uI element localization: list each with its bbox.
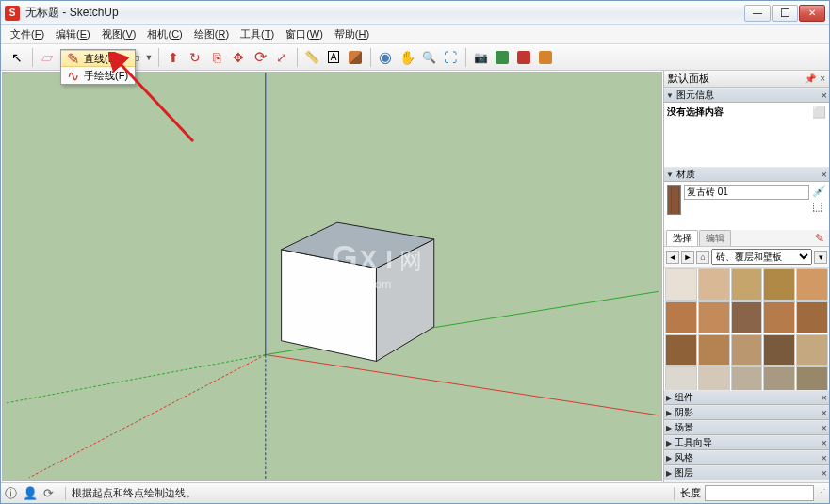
close-button[interactable] — [799, 5, 825, 22]
chevron-right-icon: ▶ — [666, 394, 672, 402]
current-material-swatch[interactable] — [667, 185, 681, 215]
warehouse-tool[interactable] — [513, 47, 534, 68]
material-thumb[interactable] — [665, 366, 697, 390]
material-thumb[interactable] — [731, 301, 763, 333]
tray-header[interactable]: 默认面板 📌 × — [664, 71, 829, 88]
list-view-button[interactable]: ▾ — [814, 251, 827, 264]
paint-tool[interactable] — [345, 47, 366, 68]
followme-tool[interactable] — [185, 47, 205, 68]
material-name-input[interactable] — [684, 185, 809, 200]
location-tool[interactable] — [492, 47, 513, 68]
eraser-tool[interactable] — [37, 47, 57, 68]
close-icon[interactable]: × — [822, 169, 827, 180]
info-icon[interactable]: ⓘ — [5, 485, 17, 502]
measure-input[interactable] — [705, 485, 814, 501]
location-icon — [496, 51, 509, 64]
viewport-3d[interactable]: G X I 网 system.com — [2, 72, 662, 481]
menu-help[interactable]: 帮助(H) — [329, 25, 375, 43]
scenes-header[interactable]: ▶ 场景 × — [664, 420, 829, 435]
pushpull-tool[interactable] — [163, 47, 184, 68]
close-icon[interactable]: × — [822, 452, 827, 463]
material-thumb[interactable] — [665, 268, 697, 301]
resize-grip[interactable]: ⋰ — [816, 487, 825, 499]
material-thumb[interactable] — [698, 301, 730, 333]
material-thumb[interactable] — [665, 301, 697, 333]
material-thumb[interactable] — [763, 301, 795, 333]
move-tool[interactable] — [228, 47, 249, 68]
pencil-icon — [65, 50, 80, 68]
chevron-right-icon: ▶ — [666, 469, 672, 478]
zoom-tool[interactable] — [418, 47, 439, 68]
camera-tool[interactable] — [470, 47, 491, 68]
material-thumb[interactable] — [763, 268, 795, 301]
close-icon[interactable]: × — [822, 407, 827, 418]
text-tool[interactable] — [323, 47, 344, 68]
close-icon[interactable]: × — [822, 437, 827, 448]
category-select[interactable]: 砖、覆层和壁板 — [711, 249, 812, 265]
freehand-menu-item[interactable]: 手绘线(F) — [61, 67, 135, 84]
close-icon[interactable]: × — [820, 73, 825, 84]
material-thumb[interactable] — [665, 334, 697, 366]
nav-back-button[interactable]: ◄ — [666, 251, 679, 264]
material-thumb[interactable] — [763, 334, 795, 366]
layers-header[interactable]: ▶ 图层 × — [664, 465, 829, 480]
material-thumb[interactable] — [796, 301, 828, 333]
layout-tool[interactable] — [535, 47, 556, 68]
instructor-header[interactable]: ▶ 工具向导 × — [664, 435, 829, 450]
shape-tool-dropdown[interactable]: ▼ — [144, 47, 154, 68]
pencil-icon[interactable]: ✎ — [815, 232, 824, 245]
pin-icon[interactable]: 📌 — [805, 73, 816, 84]
freehand-menu-label: 手绘线(F) — [84, 69, 128, 83]
material-thumb[interactable] — [731, 334, 763, 366]
tab-select[interactable]: 选择 — [666, 230, 698, 246]
select-tool[interactable] — [7, 47, 27, 68]
pan-tool[interactable] — [397, 47, 417, 68]
sync-icon[interactable]: ⟳ — [43, 486, 54, 500]
menu-window[interactable]: 窗口(W) — [280, 25, 329, 43]
svg-text:I: I — [385, 245, 393, 274]
svg-text:网: 网 — [399, 249, 422, 273]
close-icon[interactable]: × — [822, 392, 827, 403]
line-menu-item[interactable]: 直线(L) — [61, 50, 135, 67]
menu-edit[interactable]: 编辑(E) — [50, 25, 96, 43]
tape-tool[interactable] — [301, 47, 322, 68]
create-icon[interactable]: ⬚ — [812, 200, 826, 213]
menu-draw[interactable]: 绘图(R) — [188, 25, 235, 43]
chevron-down-icon: ▼ — [666, 91, 674, 100]
shadows-title: 阴影 — [675, 406, 822, 419]
minimize-button[interactable] — [744, 5, 771, 22]
menu-file[interactable]: 文件(F) — [5, 25, 50, 43]
menu-view[interactable]: 视图(V) — [96, 25, 142, 43]
materials-header[interactable]: ▼ 材质 × — [664, 167, 829, 182]
home-icon[interactable]: ⌂ — [696, 251, 709, 264]
menu-tools[interactable]: 工具(T) — [235, 25, 280, 43]
nav-forward-button[interactable]: ► — [681, 251, 694, 264]
material-thumb[interactable] — [763, 366, 795, 390]
material-thumb[interactable] — [698, 268, 730, 301]
entity-info-header[interactable]: ▼ 图元信息 × — [664, 88, 829, 103]
toolbar-separator — [370, 48, 371, 67]
styles-header[interactable]: ▶ 风格 × — [664, 450, 829, 465]
orbit-tool[interactable] — [375, 47, 396, 68]
offset-tool[interactable] — [206, 47, 227, 68]
scale-tool[interactable] — [271, 47, 292, 68]
shadows-header[interactable]: ▶ 阴影 × — [664, 405, 829, 420]
rotate-tool[interactable] — [250, 47, 270, 68]
components-header[interactable]: ▶ 组件 × — [664, 390, 829, 405]
material-thumb[interactable] — [698, 366, 730, 390]
tab-edit[interactable]: 编辑 — [699, 230, 731, 246]
material-thumb[interactable] — [796, 334, 828, 366]
material-thumb[interactable] — [731, 366, 763, 390]
material-thumb[interactable] — [698, 334, 730, 366]
material-thumb[interactable] — [731, 268, 763, 301]
menu-camera[interactable]: 相机(C) — [141, 25, 187, 43]
person-icon[interactable]: 👤 — [23, 486, 38, 500]
eyedropper-icon[interactable]: 💉 — [812, 185, 826, 198]
close-icon[interactable]: × — [822, 422, 827, 433]
close-icon[interactable]: × — [822, 467, 827, 479]
close-icon[interactable]: × — [822, 89, 827, 101]
material-thumb[interactable] — [796, 268, 828, 301]
zoom-extents-tool[interactable] — [440, 47, 461, 68]
material-thumb[interactable] — [796, 366, 828, 390]
maximize-button[interactable] — [772, 5, 798, 22]
